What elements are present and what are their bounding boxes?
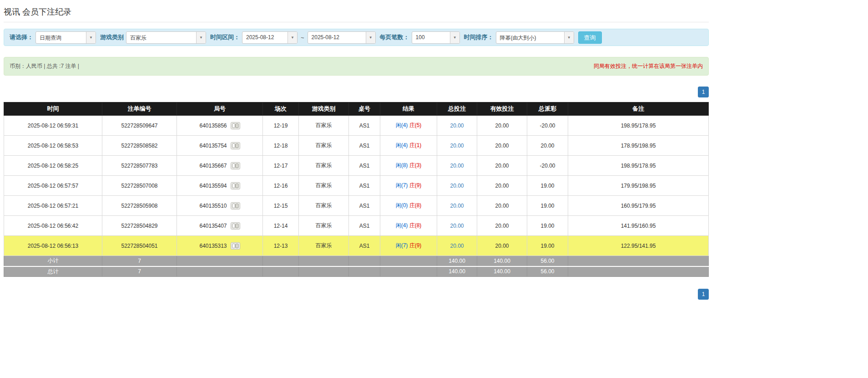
view-cards-icon[interactable]: [231, 202, 240, 209]
table-row: 2025-08-12 06:56:13522728504051640135313…: [4, 236, 709, 256]
cell-bet-id: 522728505908: [102, 196, 177, 216]
query-type-select[interactable]: 日期查询 ▼: [35, 31, 96, 44]
cell-valid-bet: 20.00: [477, 136, 527, 156]
cell-game-category: 百家乐: [299, 196, 349, 216]
cell-session: 12-18: [263, 136, 299, 156]
cell-total-bet: 20.00: [437, 136, 477, 156]
cell-total-bet: 20.00: [437, 176, 477, 196]
cell-game-category: 百家乐: [299, 156, 349, 176]
valid-bet-notice: 同局有效投注，统一计算在该局第一张注单内: [594, 62, 703, 70]
total-row: 总计 7 140.00 140.00 56.00: [4, 266, 709, 277]
chevron-down-icon[interactable]: ▼: [564, 32, 574, 43]
view-cards-icon[interactable]: [231, 162, 240, 169]
game-category-value: 百家乐: [126, 32, 196, 43]
page-button-1[interactable]: 1: [698, 289, 709, 300]
view-cards-icon[interactable]: [231, 142, 240, 149]
time-sort-value: 降幂(由大到小): [496, 32, 564, 43]
chevron-down-icon[interactable]: ▼: [366, 32, 375, 43]
header-total-bet: 总投注: [437, 102, 477, 116]
chevron-down-icon[interactable]: ▼: [450, 32, 459, 43]
summary-bar: 币别：人民币 | 总共 :7 注单 | 同局有效投注，统一计算在该局第一张注单内: [4, 57, 709, 76]
result-player: 闲(7): [396, 182, 408, 189]
cell-remark: 160.95/179.95: [568, 196, 709, 216]
round-id-text: 640135754: [199, 143, 227, 149]
cell-table-no: AS1: [349, 116, 380, 136]
cell-remark: 122.95/141.95: [568, 236, 709, 256]
cell-session: 12-17: [263, 156, 299, 176]
view-cards-icon[interactable]: [231, 222, 240, 230]
chevron-down-icon[interactable]: ▼: [86, 32, 96, 43]
cell-bet-id: 522728507783: [102, 156, 177, 176]
search-button[interactable]: 查询: [578, 31, 602, 44]
total-bet-link[interactable]: 20.00: [450, 143, 464, 149]
round-id-text: 640135510: [199, 203, 227, 209]
view-cards-icon[interactable]: [231, 122, 240, 129]
total-bet-link[interactable]: 20.00: [450, 203, 464, 209]
round-id-text: 640135313: [199, 243, 227, 249]
page-title: 视讯 会员下注纪录: [4, 4, 709, 22]
result-player: 闲(8): [396, 162, 408, 169]
cell-bet-id: 522728509647: [102, 116, 177, 136]
total-label: 总计: [4, 266, 102, 277]
result-player: 闲(7): [396, 242, 408, 249]
subtotal-payout: 56.00: [527, 256, 568, 266]
chevron-down-icon[interactable]: ▼: [288, 32, 297, 43]
cell-remark: 179.95/198.95: [568, 176, 709, 196]
cell-round-id: 640135594: [177, 176, 263, 196]
page-button-1[interactable]: 1: [698, 87, 709, 97]
round-id-text: 640135856: [199, 123, 227, 129]
total-bet-link[interactable]: 20.00: [450, 163, 464, 169]
pagination-bottom: 1: [4, 289, 709, 300]
cell-game-category: 百家乐: [299, 216, 349, 236]
cell-round-id: 640135667: [177, 156, 263, 176]
cell-valid-bet: 20.00: [477, 216, 527, 236]
time-sort-select[interactable]: 降幂(由大到小) ▼: [496, 31, 574, 44]
table-row: 2025-08-12 06:58:53522728508582640135754…: [4, 136, 709, 156]
cell-total-bet: 20.00: [437, 236, 477, 256]
total-bet-link[interactable]: 20.00: [450, 223, 464, 229]
result-banker: 庄(5): [409, 122, 422, 128]
cell-bet-id: 522728508582: [102, 136, 177, 156]
table-header-row: 时间 注单编号 局号 场次 游戏类别 桌号 结果 总投注 有效投注 总派彩 备注: [4, 102, 709, 116]
cell-total-bet: 20.00: [437, 196, 477, 216]
cell-time: 2025-08-12 06:58:53: [4, 136, 102, 156]
cell-valid-bet: 20.00: [477, 116, 527, 136]
total-bet-link[interactable]: 20.00: [450, 243, 464, 249]
result-player: 闲(4): [396, 142, 408, 148]
cell-total-bet: 20.00: [437, 156, 477, 176]
header-table-no: 桌号: [349, 102, 380, 116]
result-banker: 庄(1): [409, 142, 422, 148]
total-count: 7: [102, 266, 177, 277]
total-bet-link[interactable]: 20.00: [450, 183, 464, 189]
game-category-select[interactable]: 百家乐 ▼: [126, 31, 206, 44]
chevron-down-icon[interactable]: ▼: [196, 32, 206, 43]
cell-game-category: 百家乐: [299, 176, 349, 196]
cell-payout: 19.00: [527, 196, 568, 216]
header-game-category: 游戏类别: [299, 102, 349, 116]
cell-result: 闲(0) 庄(8): [380, 196, 437, 216]
result-player: 闲(4): [396, 222, 408, 229]
cell-remark: 198.95/178.95: [568, 156, 709, 176]
result-banker: 庄(9): [409, 242, 422, 249]
cell-table-no: AS1: [349, 236, 380, 256]
per-page-select[interactable]: 100 ▼: [412, 31, 460, 44]
cell-payout: 20.00: [527, 136, 568, 156]
game-category-label: 游戏类别: [100, 33, 124, 41]
cell-time: 2025-08-12 06:56:13: [4, 236, 102, 256]
header-session: 场次: [263, 102, 299, 116]
date-to-select[interactable]: 2025-08-12 ▼: [308, 31, 376, 44]
date-from-value: 2025-08-12: [242, 32, 288, 43]
cell-game-category: 百家乐: [299, 136, 349, 156]
header-remark: 备注: [568, 102, 709, 116]
view-cards-icon[interactable]: [231, 182, 240, 189]
per-page-value: 100: [412, 32, 450, 43]
view-cards-icon[interactable]: [231, 242, 240, 250]
total-bet-link[interactable]: 20.00: [450, 123, 464, 129]
cell-result: 闲(7) 庄(9): [380, 236, 437, 256]
cell-round-id: 640135856: [177, 116, 263, 136]
cell-payout: 19.00: [527, 176, 568, 196]
cell-payout: -20.00: [527, 116, 568, 136]
date-from-select[interactable]: 2025-08-12 ▼: [242, 31, 298, 44]
cell-round-id: 640135407: [177, 216, 263, 236]
cell-remark: 178.95/198.95: [568, 136, 709, 156]
